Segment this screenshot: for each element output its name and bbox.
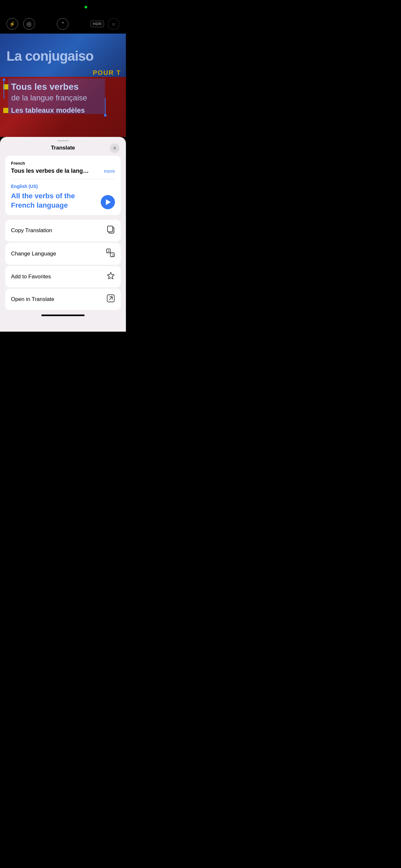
camera-toolbar-right: HDR ⦻ xyxy=(91,18,120,30)
home-pill xyxy=(41,314,85,316)
book-title-text: La conjugaiso xyxy=(3,49,123,64)
camera-viewfinder: La conjugaiso POUR T Tous les verbes de … xyxy=(0,34,126,137)
toolbar-center: ⌃ xyxy=(57,18,68,30)
selection-highlight xyxy=(8,79,105,114)
bottom-sheet: Translate ✕ French Tous les verbes de la… xyxy=(0,137,126,332)
target-language-label: English (US) xyxy=(11,184,115,189)
book-blue-section: La conjugaiso POUR T xyxy=(0,34,126,79)
camera-indicator-dot xyxy=(85,6,87,8)
sheet-title: Translate xyxy=(51,145,75,151)
home-indicator xyxy=(0,310,126,319)
copy-translation-label: Copy Translation xyxy=(11,227,52,234)
record-icon: ⦻ xyxy=(112,22,116,27)
source-language-label: French xyxy=(11,161,115,166)
hdr-label: HDR xyxy=(93,22,102,26)
svg-rect-1 xyxy=(107,226,113,232)
card-divider xyxy=(11,179,115,179)
selection-line-top xyxy=(4,81,4,99)
drag-pill xyxy=(57,140,69,142)
target-text: All the verbs of the French language xyxy=(11,191,97,210)
camera-toolbar-left: ⚡ ◎ xyxy=(6,18,35,30)
record-button[interactable]: ⦻ xyxy=(108,18,120,30)
add-to-favorites-label: Add to Favorites xyxy=(11,274,51,280)
target-line1: All the verbs of the xyxy=(11,191,97,201)
book-text-overlay: Tous les verbes de la langue française L… xyxy=(0,77,126,137)
play-button[interactable] xyxy=(101,195,115,209)
flash-icon: ⚡ xyxy=(9,21,16,27)
svg-text:A: A xyxy=(107,250,110,253)
close-button[interactable]: ✕ xyxy=(110,144,120,153)
translate-icon: A 文 xyxy=(106,248,115,259)
external-link-icon xyxy=(106,294,115,305)
change-language-item[interactable]: Change Language A 文 xyxy=(5,243,121,265)
drag-pill-row xyxy=(0,137,126,144)
target-text-row: All the verbs of the French language xyxy=(11,191,115,210)
open-in-translate-item[interactable]: Open in Translate xyxy=(5,289,121,310)
target-line2: French language xyxy=(11,201,97,210)
selection-handle-top xyxy=(3,79,5,81)
add-to-favorites-item[interactable]: Add to Favorites xyxy=(5,266,121,287)
book-cover-background: La conjugaiso POUR T Tous les verbes de … xyxy=(0,34,126,137)
yellow-square-2 xyxy=(3,108,8,113)
more-link[interactable]: more xyxy=(104,168,115,174)
chevron-up-button[interactable]: ⌃ xyxy=(57,18,68,30)
action-list: Copy Translation Change Language A 文 xyxy=(5,220,121,310)
source-text: Tous les verbes de la langue fra xyxy=(11,167,89,175)
hdr-badge[interactable]: HDR xyxy=(91,21,104,27)
svg-text:文: 文 xyxy=(112,254,114,257)
source-text-row: Tous les verbes de la langue fra more xyxy=(11,167,115,175)
close-icon: ✕ xyxy=(113,146,117,151)
chevron-up-icon: ⌃ xyxy=(61,21,65,27)
copy-translation-item[interactable]: Copy Translation xyxy=(5,220,121,242)
play-icon xyxy=(106,199,111,205)
book-subtitle-text: POUR T xyxy=(93,69,121,76)
selection-line-bottom xyxy=(105,98,105,114)
flash-button[interactable]: ⚡ xyxy=(6,18,18,30)
selection-handle-bottom xyxy=(104,114,106,117)
sheet-header: Translate ✕ xyxy=(0,144,126,156)
live-icon: ◎ xyxy=(27,20,32,27)
live-button[interactable]: ◎ xyxy=(23,18,35,30)
camera-toolbar: ⚡ ◎ ⌃ HDR ⦻ xyxy=(0,14,126,34)
change-language-label: Change Language xyxy=(11,251,56,257)
translation-card: French Tous les verbes de la langue fra … xyxy=(5,156,121,215)
star-icon xyxy=(106,272,115,282)
copy-icon xyxy=(106,225,115,236)
open-in-translate-label: Open in Translate xyxy=(11,296,54,303)
status-bar xyxy=(0,0,126,14)
